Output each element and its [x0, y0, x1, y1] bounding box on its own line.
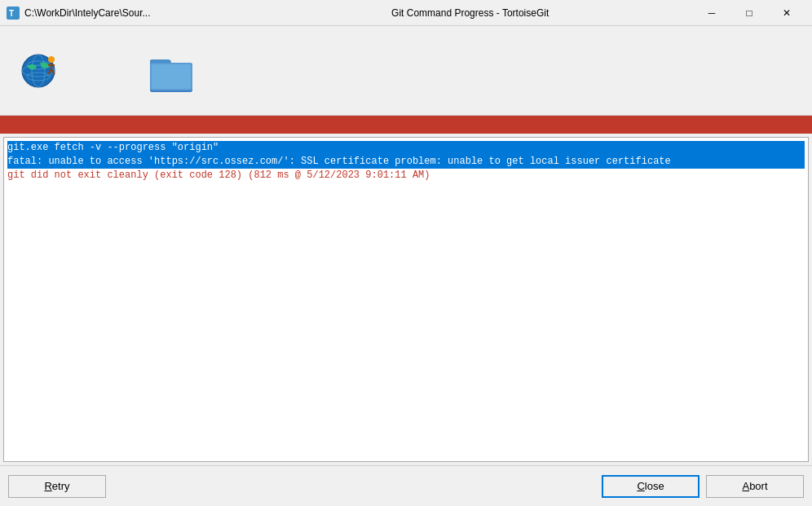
- minimize-button[interactable]: ─: [693, 0, 730, 26]
- maximize-button[interactable]: □: [730, 0, 768, 26]
- retry-button[interactable]: Retry: [8, 475, 106, 498]
- app-icon: T: [7, 7, 20, 20]
- log-output[interactable]: git.exe fetch -v --progress "origin"fata…: [3, 137, 809, 462]
- svg-text:T: T: [9, 9, 14, 18]
- log-line: fatal: unable to access 'https://src.oss…: [7, 155, 805, 169]
- title-bar-title: Git Command Progress - TortoiseGit: [247, 7, 693, 19]
- title-bar-path: C:\WorkDir\IntelyCare\Sour...: [24, 7, 247, 19]
- title-bar: T C:\WorkDir\IntelyCare\Sour... Git Comm…: [0, 0, 812, 26]
- folder-icon: [147, 48, 196, 93]
- progress-bar-fill: [0, 116, 812, 134]
- toolbar: [0, 26, 812, 116]
- close-window-button[interactable]: ✕: [768, 0, 805, 26]
- log-line: git.exe fetch -v --progress "origin": [7, 141, 805, 155]
- window-controls: ─ □ ✕: [693, 0, 805, 26]
- close-button[interactable]: Close: [602, 475, 699, 498]
- left-buttons: Retry: [8, 475, 106, 498]
- svg-rect-16: [152, 64, 191, 89]
- abort-button[interactable]: Abort: [706, 475, 804, 498]
- log-line: git did not exit cleanly (exit code 128)…: [7, 169, 805, 183]
- svg-point-7: [48, 56, 55, 63]
- button-bar: Retry Close Abort: [0, 465, 812, 506]
- globe-icon: [16, 46, 65, 95]
- right-buttons: Close Abort: [602, 475, 804, 498]
- progress-bar: [0, 116, 812, 134]
